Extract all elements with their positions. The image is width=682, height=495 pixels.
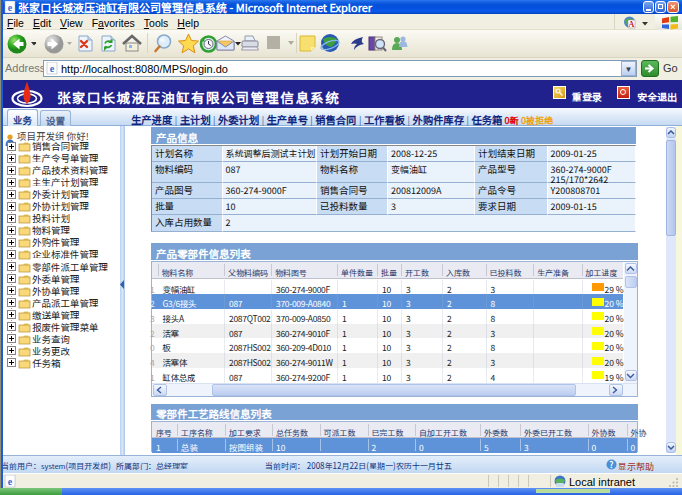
svg-text:A: A: [629, 20, 635, 29]
svg-text:e: e: [8, 2, 13, 13]
svg-text:?: ?: [610, 459, 614, 470]
svg-text:e: e: [8, 476, 13, 487]
svg-text:e: e: [50, 63, 55, 74]
